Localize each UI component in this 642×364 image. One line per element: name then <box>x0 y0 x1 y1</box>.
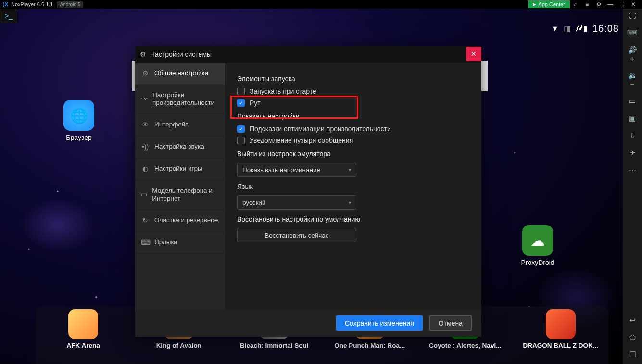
save-button[interactable]: Сохранить изменения <box>336 315 423 331</box>
sliders-icon: ⚙ <box>141 69 150 77</box>
minimize-icon[interactable]: — <box>604 1 616 8</box>
sidebar-item-interface[interactable]: 👁Интерфейс <box>135 114 225 136</box>
home-icon[interactable]: ⌂ <box>570 1 581 8</box>
app-center-button[interactable]: ▶App Center <box>528 0 570 8</box>
fullscreen-icon[interactable]: ⛶ <box>627 12 638 20</box>
volume-up-icon[interactable]: 🔊+ <box>627 46 638 63</box>
more-icon[interactable]: ⋯ <box>627 166 638 175</box>
browser-icon: 🌐 <box>63 100 94 131</box>
desktop-icon-browser[interactable]: 🌐 Браузер <box>55 100 103 141</box>
modal-footer: Сохранить изменения Отмена <box>135 310 481 337</box>
checkbox-icon: ✓ <box>237 99 245 107</box>
select-exit-behavior[interactable]: Показывать напоминание ▾ <box>237 163 356 177</box>
game-icon: ◐ <box>141 165 150 173</box>
location-icon[interactable]: ✈ <box>627 149 638 157</box>
terminal-tab[interactable]: >_ <box>0 9 17 23</box>
android-statusbar: ▼ ◨ 🗲▮ 16:08 <box>551 23 619 34</box>
sidebar-item-label: Ярлыки <box>154 238 177 246</box>
section-title-startup: Элементы запуска <box>237 75 470 83</box>
screenshot-icon[interactable]: ▭ <box>627 97 638 105</box>
select-value: русский <box>242 199 265 206</box>
modal-header: ⚙ Настройки системы ✕ <box>135 46 481 63</box>
checkbox-perf-tips[interactable]: ✓ Подсказки оптимизации производительнос… <box>237 125 470 133</box>
back-icon[interactable]: ↩ <box>627 316 638 325</box>
checkbox-label: Рут <box>250 99 261 107</box>
apk-install-icon[interactable]: ⇩ <box>627 131 638 140</box>
wave-icon: •)) <box>141 143 150 151</box>
checkbox-icon <box>237 137 245 144</box>
clock: 16:08 <box>592 23 619 34</box>
settings-modal: ⚙ Настройки системы ✕ ⚙Общие настройки 〰… <box>135 46 481 337</box>
sidebar-item-label: Настройки производительности <box>152 91 219 107</box>
checkbox-msg-bubbles[interactable]: Уведомление пузыри сообщения <box>237 137 470 144</box>
modal-title: Настройки системы <box>150 50 466 58</box>
proxydroid-icon: ☁ <box>522 225 553 256</box>
app-name: NoxPlayer 6.6.1.1 <box>11 1 53 7</box>
desktop-icon-proxydroid[interactable]: ☁ ProxyDroid <box>514 225 562 266</box>
refresh-icon: ↻ <box>141 216 150 225</box>
checkbox-label: Уведомление пузыри сообщения <box>250 137 353 144</box>
restore-now-button[interactable]: Восстановить сейчас <box>237 228 356 242</box>
gear-icon: ⚙ <box>140 50 146 58</box>
section-title-language: Язык <box>237 183 470 190</box>
pulse-icon: 〰 <box>141 95 148 103</box>
modal-close-button[interactable]: ✕ <box>466 47 481 61</box>
select-value: Показывать напоминание <box>242 166 320 174</box>
nox-logo: )X <box>3 1 8 7</box>
emulator-right-toolbar: ⛶ ⌨ 🔊+ 🔉− ▭ ▣ ⇩ ✈ ⋯ ↩ ⬠ ❐ <box>623 9 642 364</box>
menu-icon[interactable]: ≡ <box>581 1 593 8</box>
wifi-icon: ▼ <box>551 25 559 33</box>
dock-item[interactable]: AFK Arena <box>40 309 126 364</box>
keyboard-mapping-icon[interactable]: ⌨ <box>627 28 638 37</box>
cancel-button[interactable]: Отмена <box>429 315 472 331</box>
sidebar-item-sound[interactable]: •))Настройка звука <box>135 136 225 158</box>
checkbox-icon: ✓ <box>237 125 245 133</box>
gear-icon[interactable]: ⚙ <box>593 1 604 8</box>
checkbox-label: Запускать при старте <box>250 88 316 95</box>
desktop-icon-label: Браузер <box>55 134 103 141</box>
sidebar-item-label: Настройка звука <box>154 143 204 151</box>
dock-item[interactable]: DRAGON BALL Z DOK... <box>517 309 604 364</box>
sidebar-item-label: Настройки игры <box>154 165 202 173</box>
close-icon[interactable]: ✕ <box>628 1 639 8</box>
battery-icon: 🗲▮ <box>576 24 588 33</box>
sidebar-item-phone[interactable]: ▭Модель телефона и Интернет <box>135 180 225 210</box>
android-badge: Android 5 <box>57 1 83 8</box>
keyboard-icon: ⌨ <box>141 238 150 247</box>
sidebar-item-label: Общие настройки <box>154 69 208 77</box>
recent-icon[interactable]: ❐ <box>627 351 638 359</box>
sidebar-item-label: Интерфейс <box>154 121 189 128</box>
volume-down-icon[interactable]: 🔉− <box>627 71 638 88</box>
emulator-screen: >_ ▼ ◨ 🗲▮ 16:08 🌐 Браузер ☁ ProxyDroid A… <box>0 9 623 364</box>
section-title-show: Показать настройки <box>237 113 470 120</box>
sim-icon: ◨ <box>564 24 571 33</box>
sidebar-item-cleanup[interactable]: ↻Очистка и резервное <box>135 210 225 232</box>
sidebar-item-game[interactable]: ◐Настройки игры <box>135 158 225 180</box>
select-language[interactable]: русский ▾ <box>237 195 356 210</box>
eye-icon: 👁 <box>141 121 150 129</box>
record-icon[interactable]: ▣ <box>627 114 638 123</box>
maximize-icon[interactable]: ☐ <box>616 1 628 8</box>
checkbox-start-on-boot[interactable]: Запускать при старте <box>237 88 470 95</box>
modal-content: Элементы запуска Запускать при старте ✓ … <box>226 63 481 310</box>
desktop-icon-label: ProxyDroid <box>514 259 562 266</box>
chevron-down-icon: ▾ <box>349 200 351 205</box>
checkbox-label: Подсказки оптимизации производительности <box>250 125 391 133</box>
play-icon: ▶ <box>533 2 536 7</box>
checkbox-icon <box>237 88 245 95</box>
sidebar-item-shortcuts[interactable]: ⌨Ярлыки <box>135 232 225 254</box>
checkbox-root[interactable]: ✓ Рут <box>237 99 470 107</box>
section-title-restore: Восстановить настройки по умолчанию <box>237 215 470 223</box>
sidebar-item-performance[interactable]: 〰Настройки производительности <box>135 85 225 114</box>
window-titlebar: )X NoxPlayer 6.6.1.1 Android 5 ▶App Cent… <box>0 0 642 9</box>
sidebar-item-label: Модель телефона и Интернет <box>152 187 219 202</box>
section-title-exit: Выйти из настроек эмулятора <box>237 150 470 158</box>
chevron-down-icon: ▾ <box>349 167 351 173</box>
sidebar-item-general[interactable]: ⚙Общие настройки <box>135 63 225 85</box>
modal-sidebar: ⚙Общие настройки 〰Настройки производител… <box>135 63 226 310</box>
phone-icon: ▭ <box>141 190 147 199</box>
home-nav-icon[interactable]: ⬠ <box>627 333 638 342</box>
sidebar-item-label: Очистка и резервное <box>154 216 218 224</box>
